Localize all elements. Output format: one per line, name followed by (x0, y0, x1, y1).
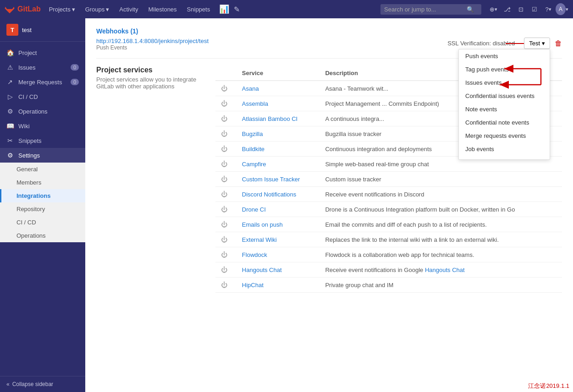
dropdown-item-note[interactable]: Note events (459, 103, 550, 116)
dropdown-item-push-events[interactable]: Push events (459, 49, 550, 63)
sidebar-item-ci-cd[interactable]: ▷ CI / CD (0, 89, 85, 104)
avatar[interactable]: A (556, 3, 566, 15)
test-btn[interactable]: Test ▾ (524, 38, 550, 49)
service-toggle[interactable]: ⏻ (215, 142, 237, 157)
sidebar-item-operations[interactable]: ⚙ Operations (0, 104, 85, 119)
sidebar-sub-repository[interactable]: Repository (0, 202, 85, 216)
nav-groups[interactable]: Groups ▾ (82, 4, 113, 15)
service-toggle[interactable]: ⏻ (215, 157, 237, 172)
dropdown-item-pipeline[interactable]: Pipeline events (459, 156, 550, 159)
service-link[interactable]: Bugzilla (242, 131, 263, 137)
dropdown-item-conf-issues[interactable]: Confidential issues events (459, 89, 550, 103)
webhook-url[interactable]: http://192.168.1.4:8080/jenkins/project/… (96, 38, 209, 44)
dropdown-item-job[interactable]: Job events (459, 142, 550, 156)
nav-projects[interactable]: Projects ▾ (45, 4, 79, 15)
service-toggle[interactable]: ⏻ (215, 262, 237, 278)
service-toggle[interactable]: ⏻ (215, 96, 237, 111)
nav-milestones[interactable]: Milestones (144, 4, 180, 15)
dropdown-item-tag-push[interactable]: Tag push events (459, 63, 550, 76)
service-link[interactable]: Flowdock (242, 251, 267, 258)
table-row: ⏻External WikiReplaces the link to the i… (215, 232, 562, 247)
service-toggle[interactable]: ⏻ (215, 217, 237, 232)
dropdown-item-merge-req[interactable]: Merge requests events (459, 129, 550, 142)
service-toggle[interactable]: ⏻ (215, 278, 237, 293)
service-link[interactable]: Atlassian Bamboo CI (242, 115, 298, 122)
sidebar-sub-general[interactable]: General (0, 163, 85, 176)
sidebar-sub-cicd[interactable]: CI / CD (0, 216, 85, 229)
service-name-cell: Atlassian Bamboo CI (237, 111, 320, 126)
service-toggle[interactable]: ⏻ (215, 202, 237, 217)
username: test (22, 27, 32, 33)
nav-activity[interactable]: Activity (116, 4, 142, 15)
table-row: ⏻FlowdockFlowdock is a collaboration web… (215, 247, 562, 262)
service-link[interactable]: Discord Notifications (242, 191, 297, 198)
service-name-cell: Campfire (237, 157, 320, 172)
edit-icon[interactable]: ✎ (234, 5, 240, 14)
service-link[interactable]: Drone CI (242, 206, 266, 213)
service-desc-cell: Email the commits and diff of each push … (320, 217, 562, 232)
power-icon: ⏻ (221, 175, 227, 183)
dropdown-scrollable[interactable]: Push events Tag push events Issues event… (459, 49, 550, 159)
merge-icon: ↗ (6, 78, 14, 86)
hangouts-chat-link[interactable]: Hangouts Chat (425, 267, 465, 273)
services-desc: Project services allow you to integrate … (96, 76, 206, 90)
service-link[interactable]: Campfire (242, 161, 266, 168)
sidebar-item-snippets[interactable]: ✂ Snippets (0, 133, 85, 148)
power-icon: ⏻ (221, 251, 227, 258)
service-toggle[interactable]: ⏻ (215, 172, 237, 187)
todos-icon[interactable]: ☑ (528, 3, 541, 16)
service-link[interactable]: HipChat (242, 282, 264, 289)
settings-icon[interactable]: A ▾ (556, 3, 568, 16)
sidebar-item-settings[interactable]: ⚙ Settings (0, 148, 85, 163)
service-name-cell: Hangouts Chat (237, 262, 320, 278)
table-row: ⏻Drone CIDrone is a Continuous Integrati… (215, 202, 562, 217)
search-input[interactable] (384, 6, 467, 13)
collapse-sidebar-btn[interactable]: « Collapse sidebar (0, 376, 85, 392)
service-toggle[interactable]: ⏻ (215, 187, 237, 202)
sidebar-user[interactable]: T test (0, 18, 85, 42)
new-item-btn[interactable]: ⊕ ▾ (487, 3, 500, 16)
service-toggle[interactable]: ⏻ (215, 232, 237, 247)
dropdown-item-conf-note[interactable]: Confidential note events (459, 116, 550, 129)
service-name-cell: Custom Issue Tracker (237, 172, 320, 187)
service-name-cell: Bugzilla (237, 126, 320, 142)
nav-snippets[interactable]: Snippets (183, 4, 214, 15)
delete-webhook-btn[interactable]: 🗑 (555, 39, 562, 48)
service-toggle[interactable]: ⏻ (215, 247, 237, 262)
sidebar-item-issues[interactable]: ⚠ Issues 0 (0, 60, 85, 75)
service-toggle[interactable]: ⏻ (215, 111, 237, 126)
ssl-label: SSL Verification: disabled (447, 40, 515, 47)
service-link[interactable]: Hangouts Chat (242, 267, 282, 273)
help-icon[interactable]: ? ▾ (542, 3, 555, 16)
service-link[interactable]: Custom Issue Tracker (242, 176, 300, 183)
sidebar-item-wiki[interactable]: 📖 Wiki (0, 119, 85, 133)
col-service: Service (237, 66, 320, 81)
sidebar-sub-integrations[interactable]: Integrations (0, 189, 85, 202)
service-name-cell: Drone CI (237, 202, 320, 217)
service-link[interactable]: Buildkite (242, 146, 264, 152)
sidebar-item-merge-requests[interactable]: ↗ Merge Requests 0 (0, 75, 85, 89)
service-link[interactable]: Emails on push (242, 221, 283, 228)
dropdown-item-issues[interactable]: Issues events (459, 76, 550, 89)
service-link[interactable]: External Wiki (242, 236, 277, 243)
service-name-cell: External Wiki (237, 232, 320, 247)
sidebar-sub-operations[interactable]: Operations (0, 229, 85, 242)
power-icon: ⏻ (221, 100, 227, 107)
webhooks-title: Webhooks (1) (96, 27, 562, 35)
chart-icon[interactable]: 📊 (219, 4, 229, 14)
sidebar-item-project[interactable]: 🏠 Project (0, 45, 85, 60)
merge-request-icon[interactable]: ⎇ (501, 3, 513, 16)
service-link[interactable]: Asana (242, 85, 259, 92)
issues-icon[interactable]: ⊡ (514, 3, 527, 16)
service-toggle[interactable]: ⏻ (215, 81, 237, 96)
sidebar-sub-members[interactable]: Members (0, 176, 85, 189)
power-icon: ⏻ (221, 115, 227, 122)
sidebar-nav: 🏠 Project ⚠ Issues 0 ↗ Merge Requests 0 … (0, 42, 85, 376)
webhook-sub: Push Events (96, 44, 209, 51)
service-link[interactable]: Assembla (242, 100, 268, 107)
gitlab-logo[interactable]: GitLab (5, 4, 41, 14)
search-box[interactable]: 🔍 (380, 4, 481, 15)
main-content: Webhooks (1) http://192.168.1.4:8080/jen… (85, 18, 573, 392)
service-toggle[interactable]: ⏻ (215, 126, 237, 142)
sidebar: T test 🏠 Project ⚠ Issues 0 ↗ Merge Requ… (0, 18, 85, 392)
